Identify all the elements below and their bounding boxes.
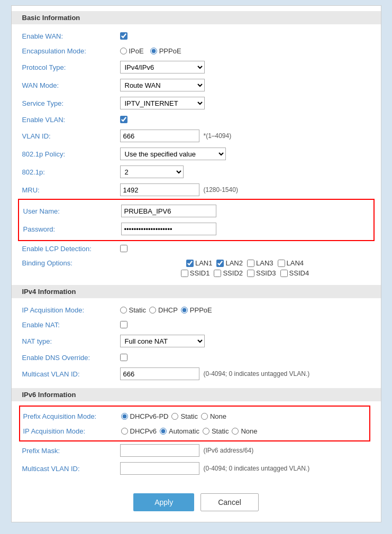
prefix-static-label[interactable]: Static <box>171 412 198 420</box>
binding-lan1-checkbox[interactable] <box>186 260 194 267</box>
encapsulation-label: Encapsulation Mode: <box>22 47 120 55</box>
ip-acq-pppoe-label[interactable]: PPPoE <box>181 306 212 314</box>
ip-acq-none-text: None <box>241 427 257 435</box>
ipv4-info-header: IPv4 Information <box>12 285 381 298</box>
multicast-vlan-ipv6-input[interactable] <box>120 462 199 475</box>
username-input[interactable] <box>121 205 216 217</box>
prefix-dhcpv6pd-radio[interactable] <box>121 413 128 420</box>
binding-lan2-checkbox[interactable] <box>216 260 224 267</box>
wan-mode-select[interactable]: Route WAN <box>120 79 205 91</box>
binding-ssid1[interactable]: SSID1 <box>181 269 210 277</box>
lcp-checkbox[interactable] <box>120 245 127 252</box>
enable-nat-checkbox[interactable] <box>120 321 127 328</box>
ip-acq-dhcpv6-label[interactable]: DHCPv6 <box>121 427 157 435</box>
binding-ssid1-checkbox[interactable] <box>181 270 188 277</box>
multicast-vlan-ipv6-label: Multicast VLAN ID: <box>22 465 120 473</box>
password-label: Password: <box>23 225 121 233</box>
binding-lan4-checkbox[interactable] <box>278 260 285 267</box>
encap-pppoe-label[interactable]: PPPoE <box>150 47 181 55</box>
vlan-id-row: VLAN ID: *(1–4094) <box>22 127 370 145</box>
policy-802-value: Use the specified value <box>120 148 370 160</box>
password-value <box>121 223 369 235</box>
binding-ssid3[interactable]: SSID3 <box>247 269 276 277</box>
protocol-label: Protocol Type: <box>22 63 120 71</box>
prefix-none-label[interactable]: None <box>201 412 226 420</box>
binding-ssid4-checkbox[interactable] <box>280 270 288 277</box>
binding-lan3-checkbox[interactable] <box>247 260 254 267</box>
enable-vlan-checkbox[interactable] <box>120 116 127 123</box>
ip-acq-value: Static DHCP PPPoE <box>120 306 370 314</box>
prefix-acq-value: DHCPv6-PD Static None <box>121 412 366 420</box>
password-input[interactable] <box>121 223 216 235</box>
binding-ssid4[interactable]: SSID4 <box>280 269 309 277</box>
binding-ssid2-label: SSID2 <box>223 269 243 277</box>
username-row: User Name: <box>23 202 369 220</box>
ip-acq-automatic-label[interactable]: Automatic <box>160 427 199 435</box>
wan-mode-value: Route WAN <box>120 79 370 91</box>
binding-lan2-label: LAN2 <box>225 259 243 267</box>
prefix-mask-value: (IPv6 address/64) <box>120 444 370 457</box>
prefix-dhcpv6pd-label[interactable]: DHCPv6-PD <box>121 412 169 420</box>
prefix-dhcpv6pd-text: DHCPv6-PD <box>130 412 169 420</box>
prefix-static-radio[interactable] <box>171 413 178 420</box>
binding-lan1-label: LAN1 <box>195 259 213 267</box>
prefix-none-radio[interactable] <box>201 413 208 420</box>
multicast-vlan-input[interactable] <box>120 367 199 380</box>
encap-ipoe-radio[interactable] <box>120 48 127 54</box>
binding-lan1[interactable]: LAN1 <box>186 259 213 267</box>
service-type-value: IPTV_INTERNET <box>120 97 370 109</box>
ip-acq-automatic-radio[interactable] <box>160 428 167 435</box>
binding-ssid2[interactable]: SSID2 <box>214 269 243 277</box>
policy-802-1p-label: 802.1p: <box>22 168 120 176</box>
policy-802-select[interactable]: Use the specified value <box>120 148 226 160</box>
lcp-label: Enable LCP Detection: <box>22 245 120 253</box>
cancel-button[interactable]: Cancel <box>200 493 259 511</box>
vlan-id-label: VLAN ID: <box>22 132 120 140</box>
policy-802-row: 802.1p Policy: Use the specified value <box>22 145 370 163</box>
ip-acq-pppoe-radio[interactable] <box>181 307 188 314</box>
ip-acq-static-radio[interactable] <box>120 307 127 314</box>
vlan-id-input[interactable] <box>120 130 199 142</box>
ip-acq-static-v6-label[interactable]: Static <box>203 427 229 435</box>
mru-hint: (1280-1540) <box>204 186 238 194</box>
policy-802-1p-select[interactable]: 2 <box>120 165 184 178</box>
prefix-mask-input[interactable] <box>120 444 199 457</box>
ip-acq-dhcpv6-radio[interactable] <box>121 428 128 435</box>
policy-802-1p-value: 2 <box>120 165 370 178</box>
enable-wan-checkbox[interactable] <box>120 32 127 40</box>
encap-ipoe-label[interactable]: IPoE <box>120 47 144 55</box>
protocol-value: IPv4/IPv6 <box>120 61 370 73</box>
ip-acq-static-text: Static <box>129 306 147 314</box>
binding-row: Binding Options: LAN1 LAN2 LAN3 LAN4 <box>22 256 370 280</box>
enable-nat-value <box>120 321 370 328</box>
ip-acq-none-label[interactable]: None <box>232 427 257 435</box>
nat-type-select[interactable]: Full cone NAT <box>120 335 205 347</box>
multicast-vlan-hint: (0-4094; 0 indicates untagged VLAN.) <box>204 370 310 378</box>
enable-nat-row: Enable NAT: <box>22 317 370 332</box>
protocol-select[interactable]: IPv4/IPv6 <box>120 61 205 73</box>
ip-acq-pppoe-text: PPPoE <box>190 306 212 314</box>
enable-vlan-label: Enable VLAN: <box>22 116 120 124</box>
binding-lan3[interactable]: LAN3 <box>247 259 274 267</box>
ip-acq-static-v6-radio[interactable] <box>203 428 209 435</box>
multicast-vlan-ipv6-row: Multicast VLAN ID: (0-4094; 0 indicates … <box>22 459 370 477</box>
enable-dns-checkbox[interactable] <box>120 354 127 361</box>
mru-label: MRU: <box>22 186 120 194</box>
encap-pppoe-radio[interactable] <box>150 48 157 54</box>
enable-dns-value <box>120 354 370 361</box>
service-type-select[interactable]: IPTV_INTERNET <box>120 97 205 109</box>
ip-acq-dhcp-label[interactable]: DHCP <box>149 306 178 314</box>
ip-acq-static-label[interactable]: Static <box>120 306 147 314</box>
ipv6-highlight: Prefix Acquisition Mode: DHCPv6-PD Stati… <box>19 406 370 441</box>
binding-lan2[interactable]: LAN2 <box>216 259 243 267</box>
ip-acq-dhcp-radio[interactable] <box>149 307 156 314</box>
binding-ssid2-checkbox[interactable] <box>214 270 221 277</box>
ip-acq-none-radio[interactable] <box>232 428 239 435</box>
vlan-id-value: *(1–4094) <box>120 130 370 142</box>
mru-value: (1280-1540) <box>120 183 370 196</box>
binding-ssid3-checkbox[interactable] <box>247 270 254 277</box>
mru-input[interactable] <box>120 183 199 196</box>
ipv6-info-header: IPv6 Information <box>12 388 381 401</box>
binding-lan4[interactable]: LAN4 <box>278 259 304 267</box>
apply-button[interactable]: Apply <box>133 493 194 511</box>
